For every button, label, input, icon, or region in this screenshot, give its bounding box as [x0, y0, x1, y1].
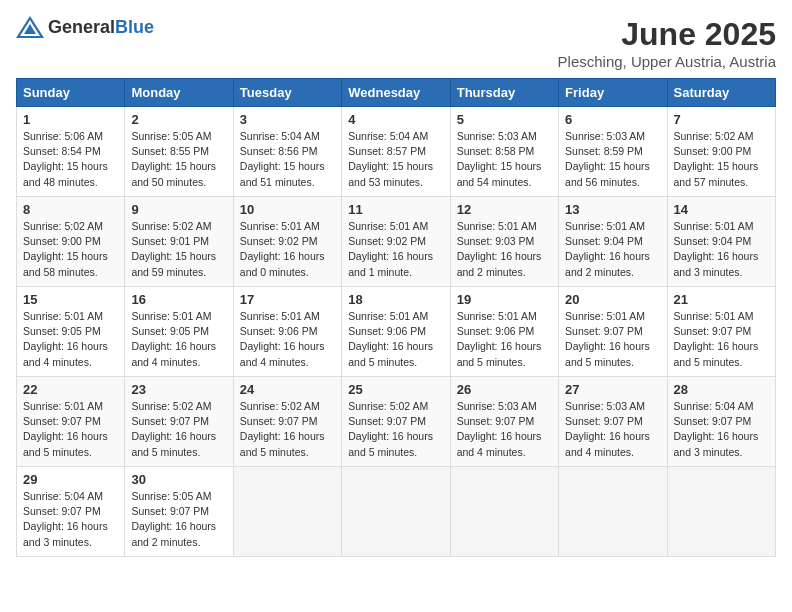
empty-cell-4 [559, 467, 667, 557]
header-thursday: Thursday [450, 79, 558, 107]
day-28: 28 Sunrise: 5:04 AMSunset: 9:07 PMDaylig… [667, 377, 775, 467]
header-sunday: Sunday [17, 79, 125, 107]
day-6: 6 Sunrise: 5:03 AMSunset: 8:59 PMDayligh… [559, 107, 667, 197]
day-21: 21 Sunrise: 5:01 AMSunset: 9:07 PMDaylig… [667, 287, 775, 377]
empty-cell-2 [342, 467, 450, 557]
day-5: 5 Sunrise: 5:03 AMSunset: 8:58 PMDayligh… [450, 107, 558, 197]
empty-cell-3 [450, 467, 558, 557]
day-19: 19 Sunrise: 5:01 AMSunset: 9:06 PMDaylig… [450, 287, 558, 377]
logo-icon [16, 16, 44, 38]
month-title: June 2025 [558, 16, 776, 53]
day-27: 27 Sunrise: 5:03 AMSunset: 9:07 PMDaylig… [559, 377, 667, 467]
day-22: 22 Sunrise: 5:01 AMSunset: 9:07 PMDaylig… [17, 377, 125, 467]
day-18: 18 Sunrise: 5:01 AMSunset: 9:06 PMDaylig… [342, 287, 450, 377]
day-2: 2 Sunrise: 5:05 AMSunset: 8:55 PMDayligh… [125, 107, 233, 197]
day-1: 1 Sunrise: 5:06 AMSunset: 8:54 PMDayligh… [17, 107, 125, 197]
week-row-5: 29 Sunrise: 5:04 AMSunset: 9:07 PMDaylig… [17, 467, 776, 557]
week-row-1: 1 Sunrise: 5:06 AMSunset: 8:54 PMDayligh… [17, 107, 776, 197]
day-17: 17 Sunrise: 5:01 AMSunset: 9:06 PMDaylig… [233, 287, 341, 377]
day-4: 4 Sunrise: 5:04 AMSunset: 8:57 PMDayligh… [342, 107, 450, 197]
week-row-4: 22 Sunrise: 5:01 AMSunset: 9:07 PMDaylig… [17, 377, 776, 467]
day-24: 24 Sunrise: 5:02 AMSunset: 9:07 PMDaylig… [233, 377, 341, 467]
day-3: 3 Sunrise: 5:04 AMSunset: 8:56 PMDayligh… [233, 107, 341, 197]
day-30: 30 Sunrise: 5:05 AMSunset: 9:07 PMDaylig… [125, 467, 233, 557]
header-tuesday: Tuesday [233, 79, 341, 107]
day-12: 12 Sunrise: 5:01 AMSunset: 9:03 PMDaylig… [450, 197, 558, 287]
week-row-3: 15 Sunrise: 5:01 AMSunset: 9:05 PMDaylig… [17, 287, 776, 377]
header-monday: Monday [125, 79, 233, 107]
day-26: 26 Sunrise: 5:03 AMSunset: 9:07 PMDaylig… [450, 377, 558, 467]
calendar-table: Sunday Monday Tuesday Wednesday Thursday… [16, 78, 776, 557]
day-15: 15 Sunrise: 5:01 AMSunset: 9:05 PMDaylig… [17, 287, 125, 377]
logo-blue: Blue [115, 17, 154, 37]
empty-cell-5 [667, 467, 775, 557]
day-20: 20 Sunrise: 5:01 AMSunset: 9:07 PMDaylig… [559, 287, 667, 377]
page-header: GeneralBlue June 2025 Plesching, Upper A… [16, 16, 776, 70]
day-9: 9 Sunrise: 5:02 AMSunset: 9:01 PMDayligh… [125, 197, 233, 287]
day-13: 13 Sunrise: 5:01 AMSunset: 9:04 PMDaylig… [559, 197, 667, 287]
header-wednesday: Wednesday [342, 79, 450, 107]
day-8: 8 Sunrise: 5:02 AMSunset: 9:00 PMDayligh… [17, 197, 125, 287]
location-title: Plesching, Upper Austria, Austria [558, 53, 776, 70]
week-row-2: 8 Sunrise: 5:02 AMSunset: 9:00 PMDayligh… [17, 197, 776, 287]
day-7: 7 Sunrise: 5:02 AMSunset: 9:00 PMDayligh… [667, 107, 775, 197]
day-10: 10 Sunrise: 5:01 AMSunset: 9:02 PMDaylig… [233, 197, 341, 287]
empty-cell-1 [233, 467, 341, 557]
day-16: 16 Sunrise: 5:01 AMSunset: 9:05 PMDaylig… [125, 287, 233, 377]
day-11: 11 Sunrise: 5:01 AMSunset: 9:02 PMDaylig… [342, 197, 450, 287]
logo-general: General [48, 17, 115, 37]
day-23: 23 Sunrise: 5:02 AMSunset: 9:07 PMDaylig… [125, 377, 233, 467]
day-25: 25 Sunrise: 5:02 AMSunset: 9:07 PMDaylig… [342, 377, 450, 467]
header-friday: Friday [559, 79, 667, 107]
weekday-header-row: Sunday Monday Tuesday Wednesday Thursday… [17, 79, 776, 107]
day-14: 14 Sunrise: 5:01 AMSunset: 9:04 PMDaylig… [667, 197, 775, 287]
header-saturday: Saturday [667, 79, 775, 107]
logo: GeneralBlue [16, 16, 154, 38]
title-area: June 2025 Plesching, Upper Austria, Aust… [558, 16, 776, 70]
day-29: 29 Sunrise: 5:04 AMSunset: 9:07 PMDaylig… [17, 467, 125, 557]
